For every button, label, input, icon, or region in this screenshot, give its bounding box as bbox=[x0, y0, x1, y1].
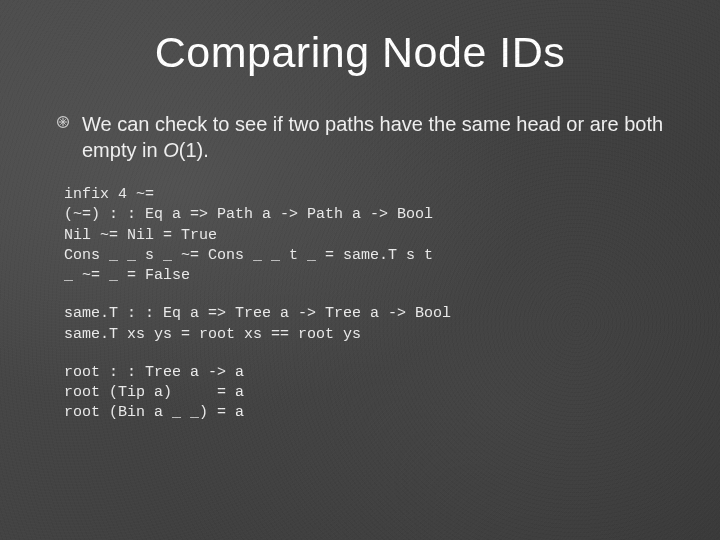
code-block-3: root : : Tree a -> a root (Tip a) = a ro… bbox=[64, 363, 664, 424]
bullet-glyph-icon bbox=[56, 115, 70, 129]
page-title: Comparing Node IDs bbox=[0, 0, 720, 77]
code-block-1: infix 4 ~= (~=) : : Eq a => Path a -> Pa… bbox=[64, 185, 664, 286]
bullet-complexity: O bbox=[163, 139, 179, 161]
code-block-2: same.T : : Eq a => Tree a -> Tree a -> B… bbox=[64, 304, 664, 345]
bullet-item: We can check to see if two paths have th… bbox=[56, 111, 664, 163]
bullet-text: We can check to see if two paths have th… bbox=[82, 111, 664, 163]
bullet-suffix: (1). bbox=[179, 139, 209, 161]
slide-content: We can check to see if two paths have th… bbox=[0, 77, 720, 424]
